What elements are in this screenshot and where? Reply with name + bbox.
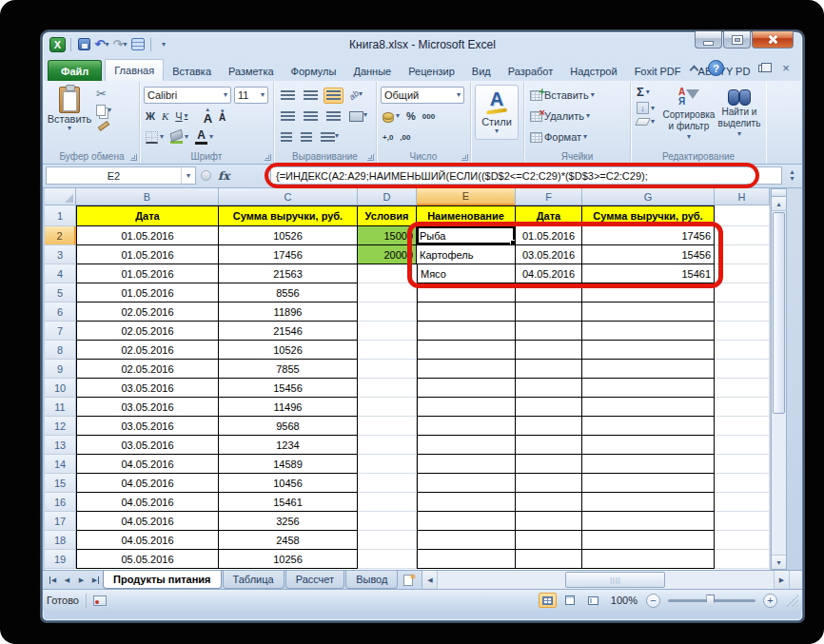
scroll-up-button[interactable]: ▴ bbox=[772, 197, 786, 211]
cell-B7[interactable]: 02.05.2016 bbox=[76, 322, 219, 341]
cell-D8[interactable] bbox=[358, 341, 417, 360]
align-middle-button[interactable] bbox=[301, 88, 321, 104]
cell-E5[interactable] bbox=[417, 283, 516, 302]
decrease-font-button[interactable]: ▾А bbox=[217, 108, 227, 124]
cut-button[interactable]: ✂ bbox=[94, 87, 113, 101]
cell-D10[interactable] bbox=[358, 379, 417, 398]
cell-B14[interactable]: 04.05.2016 bbox=[76, 455, 219, 474]
first-sheet-button[interactable]: ◀ bbox=[46, 571, 60, 589]
cell-B13[interactable]: 03.05.2016 bbox=[76, 436, 219, 455]
workbook-close-button[interactable]: × bbox=[776, 61, 795, 76]
cell-H6[interactable] bbox=[715, 302, 770, 322]
cell-F3[interactable]: 03.05.2016 bbox=[516, 245, 582, 264]
cell-G15[interactable] bbox=[582, 474, 715, 493]
cell-E7[interactable] bbox=[417, 322, 516, 341]
hscroll-left-button[interactable]: ◀ bbox=[422, 571, 438, 589]
merge-center-button[interactable]: ▾ bbox=[346, 108, 370, 125]
align-bottom-button[interactable] bbox=[324, 88, 343, 104]
comma-style-button[interactable]: 000 bbox=[421, 111, 437, 122]
paste-button[interactable]: Вставить ▾ bbox=[49, 85, 90, 146]
tab-split-handle[interactable] bbox=[789, 571, 802, 589]
cell-F5[interactable] bbox=[516, 283, 582, 302]
cell-E6[interactable] bbox=[417, 302, 516, 322]
cell-E14[interactable] bbox=[417, 455, 516, 474]
cell-E17[interactable] bbox=[417, 512, 516, 531]
cell-D17[interactable] bbox=[358, 512, 417, 531]
sheet-tab-4[interactable]: Вывод bbox=[345, 571, 398, 589]
align-top-button[interactable] bbox=[278, 88, 298, 104]
cell-C8[interactable]: 10526 bbox=[219, 341, 358, 360]
ribbon-tab-foxit pdf[interactable]: Foxit PDF bbox=[626, 61, 690, 81]
zoom-in-button[interactable]: + bbox=[763, 594, 777, 608]
cell-H5[interactable] bbox=[715, 283, 770, 302]
cell-C14[interactable]: 14589 bbox=[219, 455, 358, 474]
ribbon-tab-данные[interactable]: Данные bbox=[344, 61, 400, 81]
cell-D11[interactable] bbox=[358, 398, 417, 417]
font-color-button[interactable]: А▾ bbox=[193, 128, 215, 146]
redo-dropdown-icon[interactable]: ▾ bbox=[123, 41, 127, 49]
view-page-break-button[interactable] bbox=[584, 593, 602, 608]
zoom-slider[interactable] bbox=[668, 599, 755, 602]
cell-B3[interactable]: 01.05.2016 bbox=[76, 245, 219, 264]
cell-H17[interactable] bbox=[715, 512, 770, 531]
copy-button[interactable]: ▾ bbox=[94, 104, 113, 117]
workbook-restore-button[interactable] bbox=[753, 61, 772, 76]
cell-H8[interactable] bbox=[715, 341, 770, 360]
find-select-button[interactable]: Найти и выделить ▾ bbox=[716, 85, 763, 144]
cell-D4[interactable] bbox=[358, 264, 417, 283]
hscroll-right-button[interactable]: ▶ bbox=[774, 571, 789, 589]
cell-G11[interactable] bbox=[582, 398, 715, 417]
cell-C4[interactable]: 21563 bbox=[219, 264, 358, 283]
number-format-select[interactable]: Общий▾ bbox=[381, 87, 464, 104]
column-header-F[interactable]: F bbox=[516, 188, 582, 205]
cell-G18[interactable] bbox=[582, 531, 715, 550]
close-button[interactable] bbox=[752, 31, 794, 49]
cell-B1[interactable]: Дата bbox=[76, 205, 219, 226]
cell-G19[interactable] bbox=[582, 550, 715, 569]
cell-C18[interactable]: 2458 bbox=[219, 531, 358, 550]
ribbon-tab-надстрой[interactable]: Надстрой bbox=[561, 61, 625, 81]
cell-C11[interactable]: 11496 bbox=[219, 398, 358, 417]
cell-D2[interactable]: 15000 bbox=[358, 226, 417, 245]
save-button[interactable] bbox=[76, 36, 91, 52]
horizontal-scrollbar[interactable]: |||| bbox=[438, 571, 774, 589]
cell-C5[interactable]: 8556 bbox=[219, 283, 358, 302]
accounting-dropdown-icon[interactable]: ▾ bbox=[396, 112, 400, 120]
undo-dropdown-icon[interactable]: ▾ bbox=[105, 41, 108, 49]
cell-H12[interactable] bbox=[715, 417, 770, 436]
cell-F6[interactable] bbox=[516, 302, 582, 322]
name-box-dropdown[interactable]: ▾ bbox=[181, 167, 195, 184]
cell-F12[interactable] bbox=[516, 417, 582, 436]
ribbon-tab-вставка[interactable]: Вставка bbox=[164, 61, 220, 81]
cell-B15[interactable]: 04.05.2016 bbox=[76, 474, 219, 493]
cell-G3[interactable]: 15456 bbox=[582, 245, 715, 264]
cell-D12[interactable] bbox=[358, 417, 417, 436]
cell-E19[interactable] bbox=[417, 550, 516, 569]
cell-G13[interactable] bbox=[582, 436, 715, 455]
sheet-tab-2[interactable]: Таблица bbox=[223, 571, 284, 589]
sheet-tab-1[interactable]: Продукты питания bbox=[103, 571, 222, 589]
percent-button[interactable]: % bbox=[404, 109, 418, 123]
ribbon-tab-разработ[interactable]: Разработ bbox=[500, 61, 561, 81]
increase-font-button[interactable]: ▴А bbox=[202, 107, 214, 125]
cell-D13[interactable] bbox=[358, 436, 417, 455]
cell-H18[interactable] bbox=[715, 531, 770, 550]
cell-C2[interactable]: 10526 bbox=[219, 226, 358, 245]
cell-E4[interactable]: Мясо bbox=[417, 264, 516, 283]
collapse-ribbon-button[interactable] bbox=[684, 61, 703, 76]
borders-dropdown-icon[interactable]: ▾ bbox=[160, 133, 164, 141]
column-header-H[interactable]: H bbox=[715, 188, 770, 205]
wrap-text-button[interactable]: ▾ bbox=[318, 129, 342, 146]
cell-H4[interactable] bbox=[715, 264, 770, 283]
view-page-layout-button[interactable] bbox=[561, 593, 579, 608]
cell-C1[interactable]: Сумма выручки, руб. bbox=[219, 205, 358, 226]
next-sheet-button[interactable]: ▶ bbox=[74, 571, 88, 589]
cell-E18[interactable] bbox=[417, 531, 516, 550]
column-header-B[interactable]: B bbox=[76, 188, 219, 205]
row-header-9[interactable]: 9 bbox=[45, 360, 76, 379]
cell-B11[interactable]: 03.05.2016 bbox=[76, 398, 219, 417]
cell-B12[interactable]: 03.05.2016 bbox=[76, 417, 219, 436]
cell-B5[interactable]: 01.05.2016 bbox=[76, 283, 219, 302]
cell-H13[interactable] bbox=[715, 436, 770, 455]
cell-D5[interactable] bbox=[358, 283, 417, 302]
